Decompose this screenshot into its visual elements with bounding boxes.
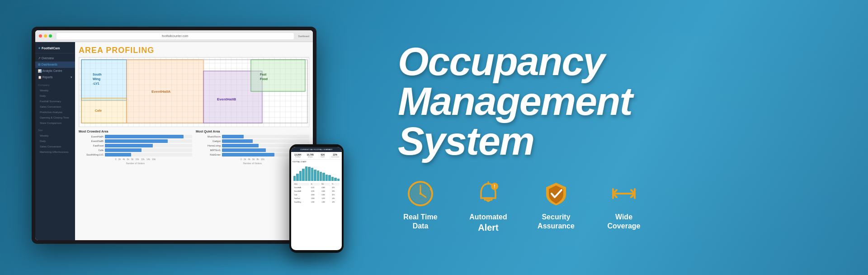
floor-plan-svg: South Wing -LV1 Cafe EventHallA (79, 57, 309, 127)
browser-tab-label: Dashboard (298, 35, 309, 38)
title-line2: Management (398, 81, 832, 121)
svg-text:South: South (93, 73, 102, 76)
browser-minimize-dot (44, 34, 47, 38)
phone-bar-9 (317, 171, 319, 181)
bar-row-musicroom: MusicRoom (196, 135, 309, 138)
sidebar-item-site-weekly[interactable]: Weekly (35, 133, 75, 138)
phone-bar-7 (311, 168, 313, 181)
bar-row-eventhalla: EventHallA (79, 135, 192, 138)
sidebar-item-reports[interactable]: 📋 Reports ▾ (35, 74, 75, 81)
svg-text:!: ! (494, 184, 495, 189)
svg-text:EventHallB: EventHallB (217, 97, 236, 101)
automated-alert-label: Automated Alert (469, 213, 507, 234)
phone-bar-16 (337, 179, 340, 181)
bell-icon: ! (474, 179, 503, 208)
svg-text:Cafe: Cafe (95, 109, 102, 112)
charts-section: Most Crowded Area EventHallA EventHallB (79, 130, 309, 165)
laptop-screen: footfallcounter.com Dashboard ✦ Footfall… (35, 30, 313, 240)
laptop-wrapper: footfallcounter.com Dashboard ✦ Footfall… (32, 27, 339, 262)
phone-bar-10 (320, 172, 322, 181)
browser-chrome: footfallcounter.com Dashboard (35, 30, 313, 42)
features-row: Real Time Data ! Automated (398, 179, 832, 234)
phone-bar-1 (293, 176, 296, 181)
sidebar-item-marketing[interactable]: Marketing Effectiveness (35, 149, 75, 155)
svg-text:Food: Food (260, 77, 268, 81)
floor-plan: South Wing -LV1 Cafe EventHallA (79, 57, 309, 127)
browser-close-dot (39, 34, 42, 38)
svg-point-18 (420, 192, 422, 194)
sidebar-item-overview[interactable]: ↗ Overview (35, 55, 75, 62)
sidebar-item-store-comparison[interactable]: Store Comparison (35, 120, 75, 126)
shield-icon (542, 179, 571, 208)
phone-data-table: ZoneInOut% EventHallA4,5214,48932% Event… (292, 182, 340, 204)
bar-row-eventhallb: EventHallB (79, 139, 192, 143)
bar-row-southwing: SouthWing-LV1 (79, 153, 192, 156)
clock-svg (407, 180, 434, 207)
phone-bar-5 (305, 166, 307, 181)
phone-screen: CURRENT DAY FOOTFALL SUMMARY 13,894 Foot… (291, 147, 342, 250)
wide-coverage-label: Wide Coverage (608, 213, 641, 232)
main-dashboard-area: AREA PROFILING South Wing (75, 42, 313, 240)
phone-bar-12 (326, 175, 328, 181)
sidebar-item-dashboards[interactable]: ⊞ Dashboards (35, 62, 75, 68)
browser-url-bar: footfallcounter.com (57, 33, 294, 39)
sidebar: ✦ FootfallCam ↗ Overview ⊞ Dashboards 📊 … (35, 42, 75, 240)
svg-rect-1 (81, 60, 127, 100)
phone-chart-area: FOOTFALL CHART (291, 160, 342, 206)
crowded-bar-chart: EventHallA EventHallB FastFood (79, 135, 192, 156)
left-section: footfallcounter.com Dashboard ✦ Footfall… (0, 0, 371, 275)
phone-bar-3 (299, 171, 302, 181)
phone-header: CURRENT DAY FOOTFALL SUMMARY (291, 147, 342, 152)
arrows-icon (609, 179, 638, 208)
sidebar-item-daily[interactable]: Daily (35, 93, 75, 99)
area-profiling-title: AREA PROFILING (79, 46, 309, 55)
crowded-axis: 0 2k 4k 6k 8k 10k 12k 14k 16k (79, 158, 192, 161)
sidebar-logo: ✦ FootfallCam (35, 45, 75, 53)
phone-mockup: CURRENT DAY FOOTFALL SUMMARY 13,894 Foot… (289, 144, 344, 253)
phone-bar-chart (292, 164, 340, 182)
svg-rect-20 (485, 198, 492, 200)
phone-stat-conversion: 22% Conversion (330, 153, 341, 158)
svg-text:Fast: Fast (260, 73, 267, 76)
phone-bar-14 (331, 177, 334, 181)
clock-icon (406, 179, 435, 208)
sidebar-item-analytic[interactable]: 📊 Analytic Centre (35, 68, 75, 74)
sidebar-item-opening-closing[interactable]: Opening & Closing Time (35, 115, 75, 120)
sidebar-item-site-daily[interactable]: Daily (35, 138, 75, 144)
shield-svg (542, 180, 570, 207)
quiet-chart-title: Most Quiet Area (196, 130, 309, 133)
arrows-svg (610, 180, 637, 207)
bell-svg: ! (475, 180, 502, 207)
bar-row-gadget: Gadget (196, 139, 309, 143)
title-line1: Occupancy (398, 42, 832, 81)
svg-rect-11 (251, 60, 305, 91)
phone-stat-footfall: 13,894 Footfall (292, 153, 304, 158)
app-content: ✦ FootfallCam ↗ Overview ⊞ Dashboards 📊 … (35, 42, 313, 240)
laptop-mockup: footfallcounter.com Dashboard ✦ Footfall… (32, 27, 316, 244)
feature-automated-alert: ! Automated Alert (466, 179, 511, 234)
bar-row-fastfood: FastFood (79, 144, 192, 147)
phone-bar-4 (302, 169, 304, 181)
title-line3: System (398, 121, 832, 161)
sidebar-item-footfall-summary[interactable]: Footfall Summary (35, 99, 75, 104)
security-assurance-label: Security Assurance (538, 213, 575, 232)
crowded-chart: Most Crowded Area EventHallA EventHallB (79, 130, 192, 165)
browser-maximize-dot (49, 34, 52, 38)
feature-wide-coverage: Wide Coverage (601, 179, 646, 232)
phone-bar-8 (314, 170, 316, 181)
sidebar-section-company: Company (35, 82, 75, 88)
sidebar-item-weekly[interactable]: Weekly (35, 88, 75, 93)
feature-real-time-data: Real Time Data (398, 179, 443, 232)
phone-bar-15 (334, 178, 336, 181)
sidebar-item-site-sales[interactable]: Sales Conversion (35, 144, 75, 149)
sidebar-item-sales-conversion[interactable]: Sales Conversion (35, 104, 75, 109)
crowded-chart-title: Most Crowded Area (79, 130, 192, 133)
phone-bar-11 (322, 173, 325, 181)
sidebar-item-predictive[interactable]: Predictive Analysis (35, 109, 75, 115)
svg-text:Wing: Wing (93, 77, 100, 81)
phone-bar-6 (308, 167, 310, 181)
real-time-label: Real Time Data (403, 213, 437, 232)
phone-stat-dwell: 526 Dwell (317, 153, 329, 158)
svg-text:EventHallA: EventHallA (151, 90, 170, 94)
sidebar-section-site: Site (35, 128, 75, 133)
